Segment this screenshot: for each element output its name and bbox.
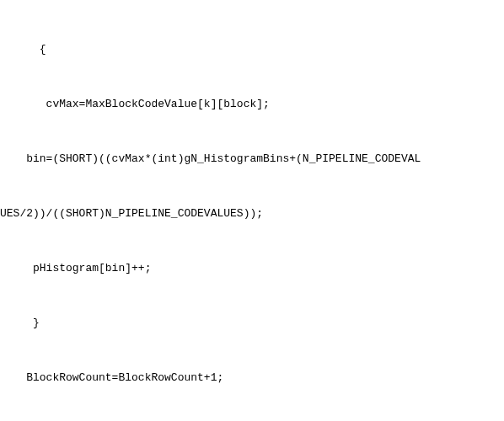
code-line: cvMax=MaxBlockCodeValue[k][block]; (0, 91, 504, 119)
code-line: BlockRowCount=BlockRowCount+1; (0, 365, 504, 392)
code-line: UES/2))/((SHORT)N_PIPELINE_CODEVALUES)); (0, 200, 504, 228)
code-line: } (0, 310, 504, 338)
code-line: pHistogram[bin]++; (0, 255, 504, 283)
code-line: { (0, 36, 504, 64)
code-block: { cvMax=MaxBlockCodeValue[k][block]; bin… (0, 8, 504, 421)
code-line: bin=(SHORT)((cvMax*(int)gN_HistogramBins… (0, 146, 504, 173)
